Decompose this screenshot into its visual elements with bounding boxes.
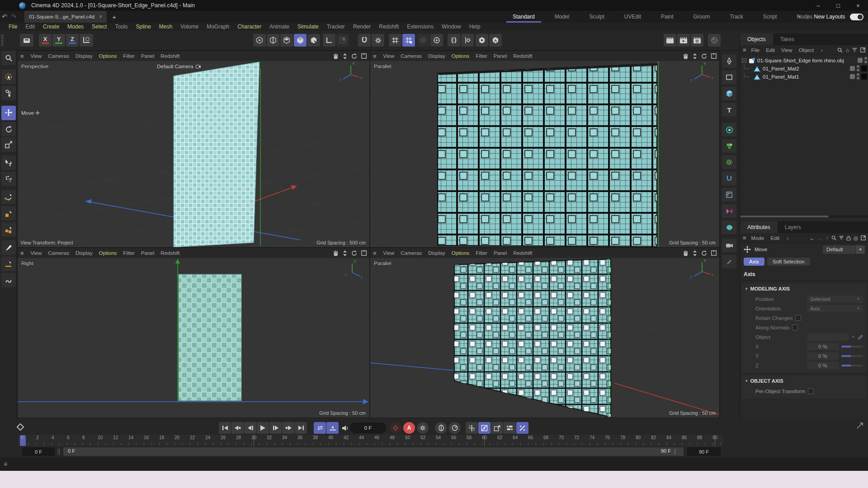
objects-menu-item[interactable]: Object <box>796 47 817 53</box>
spline-pen-tool[interactable] <box>1 190 16 204</box>
toggle-single-view-icon[interactable] <box>361 250 367 256</box>
new-document-tab-button[interactable]: + <box>112 13 116 21</box>
x-slider[interactable] <box>841 346 863 347</box>
material-swatch[interactable] <box>861 66 867 71</box>
viewport-hamburger-icon[interactable]: ≡ <box>20 250 24 257</box>
sound-button[interactable] <box>339 422 351 434</box>
add-layout-button[interactable]: + <box>794 11 804 23</box>
simulation-icon[interactable] <box>722 123 736 136</box>
rectangle-spline-icon[interactable] <box>722 70 736 84</box>
previous-frame-button[interactable] <box>244 422 256 434</box>
cube-primitive-icon[interactable] <box>722 87 736 100</box>
pen-tool-icon[interactable] <box>722 54 736 68</box>
environment-icon[interactable] <box>722 221 736 234</box>
live-selection-tool[interactable] <box>1 70 16 84</box>
filter-icon[interactable] <box>852 48 857 52</box>
line-cut-tool[interactable] <box>1 257 16 271</box>
grid-button[interactable] <box>389 34 401 47</box>
viewport-canvas[interactable]: Y x z <box>370 61 719 247</box>
rotate-view-icon[interactable] <box>351 53 357 59</box>
menu-item[interactable]: Redshift <box>375 23 403 30</box>
viewport-menu-item[interactable]: Redshift <box>157 250 183 256</box>
minimize-button[interactable]: – <box>808 0 828 11</box>
edit-toggle[interactable] <box>858 58 863 63</box>
falloff-rings-button[interactable] <box>417 34 429 47</box>
viewport-menu-item[interactable]: Display <box>72 53 96 59</box>
menu-item[interactable]: Tracker <box>323 23 349 30</box>
menu-item[interactable]: MoGraph <box>203 23 233 30</box>
no-keyframe-filter-button[interactable] <box>478 422 491 434</box>
viewport-menu-item[interactable]: Options <box>96 53 120 59</box>
goto-end-button[interactable] <box>295 422 307 434</box>
coordinate-system-icon[interactable] <box>80 34 93 47</box>
zoom-view-icon[interactable] <box>693 53 697 59</box>
viewport-menu-item[interactable]: Panel <box>138 250 157 256</box>
timeline-expand-icon[interactable] <box>856 422 863 429</box>
y-percent-field[interactable]: 0 % <box>807 352 839 360</box>
viewport-menu-item[interactable]: Options <box>96 250 120 256</box>
y-axis-lock-button[interactable]: Y <box>52 34 65 47</box>
up-icon[interactable]: ↑ <box>826 235 829 241</box>
auto-mode-hex-button[interactable]: A <box>489 34 502 47</box>
menu-item[interactable]: Render <box>349 23 375 30</box>
quantize-grid-lock-button[interactable] <box>402 34 415 47</box>
objects-menu-item[interactable]: View <box>778 47 796 53</box>
zoom-view-icon[interactable] <box>693 250 697 256</box>
viewport-canvas[interactable]: Y x z <box>18 61 369 247</box>
lock-icon[interactable] <box>846 235 851 240</box>
objects-hamburger-icon[interactable]: ≡ <box>743 47 746 53</box>
tool-mode-button[interactable]: Soft Selection <box>767 258 810 266</box>
objects-menu-item[interactable]: Edit <box>763 47 778 53</box>
workplane-box-icon[interactable] <box>20 34 33 47</box>
viewport-menu-item[interactable]: Cameras <box>397 53 425 59</box>
render-settings-button[interactable] <box>691 34 703 47</box>
material-sphere-button[interactable] <box>708 34 721 47</box>
camera-object-icon[interactable] <box>722 239 736 252</box>
rotate-view-icon[interactable] <box>351 250 357 256</box>
goto-start-button[interactable] <box>219 422 231 434</box>
position-select[interactable]: Selected▼ <box>807 296 863 303</box>
play-mode-button[interactable]: A <box>326 422 339 434</box>
viewport-menu-item[interactable]: Redshift <box>510 250 535 256</box>
menu-item[interactable]: Create <box>39 23 63 30</box>
pan-view-icon[interactable] <box>683 250 689 256</box>
viewport-menu-item[interactable]: Filter <box>472 250 491 256</box>
panel-tab[interactable]: Layers <box>778 221 808 233</box>
home-icon[interactable]: ⌂ <box>846 47 849 53</box>
layout-tab[interactable]: Sculpt <box>579 11 614 23</box>
viewport-canvas[interactable]: Y x z <box>370 258 719 418</box>
viewport-right[interactable]: ≡ ViewCamerasDisplayOptionsFilterPanelRe… <box>17 248 370 418</box>
keying-settings-button[interactable] <box>417 422 429 434</box>
move-tool[interactable] <box>1 106 16 120</box>
range-end-field[interactable]: 90 F <box>687 447 721 456</box>
zoom-view-icon[interactable] <box>343 250 347 256</box>
forward-icon[interactable]: → <box>818 235 823 241</box>
expand-toggle-icon[interactable]: − <box>742 58 746 63</box>
viewport-menu-item[interactable]: Panel <box>491 250 510 256</box>
redo-icon[interactable]: ↷ <box>9 13 18 21</box>
object-link-field[interactable] <box>807 333 849 341</box>
points-mode-button[interactable] <box>253 34 266 47</box>
render-picture-viewer-button[interactable] <box>677 34 690 47</box>
object-dropdown-icon[interactable]: ▼ <box>852 335 855 338</box>
pan-view-icon[interactable] <box>683 53 689 59</box>
viewport-parallel-top[interactable]: ≡ ViewCamerasDisplayOptionsFilterPanelRe… <box>370 51 720 248</box>
enable-axis-button[interactable] <box>323 34 335 47</box>
viewport-canvas[interactable]: Y x z <box>18 258 369 418</box>
zoom-view-icon[interactable] <box>343 53 347 59</box>
menu-item[interactable]: Edit <box>21 23 39 30</box>
menu-item[interactable]: Animate <box>265 23 293 30</box>
edit-toggle[interactable] <box>850 74 855 79</box>
back-icon[interactable]: ← <box>810 235 815 241</box>
layout-tab[interactable]: Paint <box>651 11 683 23</box>
symmetry-button[interactable] <box>448 34 460 47</box>
new-layouts-toggle[interactable] <box>850 14 863 20</box>
viewport-menu-item[interactable]: Panel <box>138 53 157 59</box>
viewport-menu-item[interactable]: View <box>28 250 45 256</box>
falloff-gear-button[interactable] <box>430 34 443 47</box>
text-spline-icon[interactable]: T <box>722 103 736 117</box>
orientation-select[interactable]: Axis▼ <box>807 305 863 312</box>
commander-search-icon[interactable] <box>1 51 16 65</box>
attributes-hamburger-icon[interactable]: ≡ <box>743 235 746 241</box>
pick-pen-icon[interactable] <box>858 334 863 340</box>
